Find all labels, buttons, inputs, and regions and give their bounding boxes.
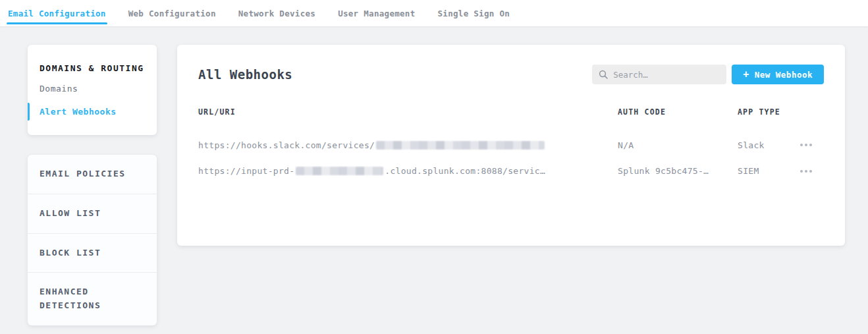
page-title: All Webhooks — [198, 67, 592, 82]
webhooks-card: All Webhooks + New Webhook URL/URI AUTH … — [177, 45, 845, 246]
search-input[interactable] — [613, 70, 720, 80]
redacted-url-segment — [296, 167, 383, 175]
tab-email-configuration[interactable]: Email Configuration — [7, 0, 107, 26]
webhook-url-prefix: https://hooks.slack.com/services/ — [198, 140, 375, 150]
table-header-row: URL/URI AUTH CODE APP TYPE — [177, 100, 845, 124]
plus-icon: + — [743, 69, 749, 80]
redacted-url-segment — [376, 141, 545, 150]
policies-card: EMAIL POLICIES ALLOW LIST BLOCK LIST ENH… — [28, 155, 157, 325]
top-nav: Email Configuration Web Configuration Ne… — [0, 0, 868, 26]
webhook-url-cell: https://hooks.slack.com/services/ — [198, 140, 618, 150]
domains-routing-card: DOMAINS & ROUTING Domains Alert Webhooks — [28, 45, 157, 135]
tab-single-sign-on[interactable]: Single Sign On — [437, 0, 512, 26]
column-header-auth: AUTH CODE — [618, 107, 738, 117]
tab-network-devices[interactable]: Network Devices — [237, 0, 317, 26]
sidebar-item-enhanced-detections[interactable]: ENHANCED DETECTIONS — [28, 273, 157, 325]
app-type-cell: Slack — [738, 140, 787, 150]
row-actions-menu-icon[interactable] — [800, 170, 812, 173]
sidebar-item-block-list[interactable]: BLOCK LIST — [28, 234, 157, 273]
table-row: https://hooks.slack.com/services/ N/A Sl… — [177, 124, 845, 166]
webhooks-card-header: All Webhooks + New Webhook — [177, 45, 845, 100]
app-type-cell: SIEM — [738, 166, 787, 176]
search-icon — [599, 70, 608, 79]
sidebar: DOMAINS & ROUTING Domains Alert Webhooks… — [28, 45, 157, 325]
new-webhook-button[interactable]: + New Webhook — [732, 65, 824, 84]
tab-user-management[interactable]: User Management — [337, 0, 416, 26]
sidebar-item-domains[interactable]: Domains — [28, 77, 157, 100]
card-bottom-spacer — [177, 176, 845, 246]
auth-code-cell: Splunk 9c5bc475-… — [618, 166, 738, 176]
table-row: https://input-prd-.cloud.splunk.com:8088… — [177, 166, 845, 176]
tab-web-configuration[interactable]: Web Configuration — [127, 0, 217, 26]
sidebar-item-alert-webhooks[interactable]: Alert Webhooks — [28, 100, 157, 123]
column-header-app: APP TYPE — [738, 107, 787, 117]
page-body: DOMAINS & ROUTING Domains Alert Webhooks… — [0, 26, 868, 325]
sidebar-item-email-policies[interactable]: EMAIL POLICIES — [28, 155, 157, 194]
sidebar-item-allow-list[interactable]: ALLOW LIST — [28, 194, 157, 234]
column-header-url: URL/URI — [198, 107, 618, 117]
row-actions-menu-icon[interactable] — [800, 144, 812, 146]
auth-code-cell: N/A — [618, 140, 738, 150]
domains-routing-header: DOMAINS & ROUTING — [28, 54, 157, 77]
webhook-url-prefix: https://input-prd- — [198, 166, 294, 176]
webhook-url-cell: https://input-prd-.cloud.splunk.com:8088… — [198, 166, 618, 176]
webhook-url-suffix: .cloud.splunk.com:8088/servic… — [385, 166, 545, 176]
new-webhook-button-label: New Webhook — [755, 70, 813, 80]
search-box[interactable] — [592, 65, 726, 84]
